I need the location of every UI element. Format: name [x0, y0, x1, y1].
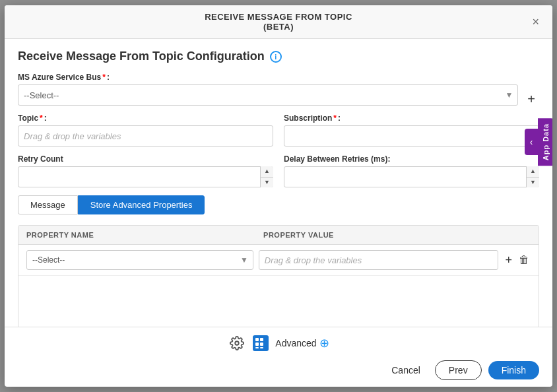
app-data-chevron[interactable]: ‹ [525, 129, 538, 155]
form-title-text: Receive Message From Topic Configuration [18, 49, 265, 63]
retry-count-label: Retry Count [18, 154, 273, 164]
modal-footer: Advanced ⊕ Cancel Prev Finish [5, 327, 552, 387]
app-data-tab-wrapper: ‹ App Data [525, 118, 552, 166]
table-row: --Select-- ▼ + 🗑 [18, 245, 539, 276]
prev-button[interactable]: Prev [435, 360, 482, 380]
ms-azure-label: MS Azure Service Bus * : [18, 73, 518, 82]
prop-value-cell [259, 250, 499, 270]
modal-overlay: RECEIVE MESSAGE FROM TOPIC (BETA) × Rece… [0, 0, 557, 392]
gear-icon[interactable] [228, 334, 246, 352]
prop-add-button[interactable]: + [504, 252, 513, 269]
svg-point-0 [236, 341, 240, 345]
retry-count-arrows: ▲ ▼ [260, 166, 273, 187]
modal: RECEIVE MESSAGE FROM TOPIC (BETA) × Rece… [5, 5, 552, 387]
cancel-button[interactable]: Cancel [383, 361, 428, 379]
form-title-row: Receive Message From Topic Configuration… [18, 49, 539, 63]
ms-azure-add-button[interactable]: + [523, 92, 539, 106]
subscription-label: Subscription * : [284, 114, 539, 123]
modal-header: RECEIVE MESSAGE FROM TOPIC (BETA) × [5, 5, 552, 39]
topic-label: Topic * : [18, 114, 273, 123]
retry-count-input[interactable]: 60 [18, 166, 273, 187]
app-data-label[interactable]: App Data [538, 118, 552, 166]
delay-up[interactable]: ▲ [527, 166, 539, 178]
prop-delete-button[interactable]: 🗑 [517, 253, 531, 267]
retry-count-up[interactable]: ▲ [261, 166, 273, 178]
retry-count-spinner-wrapper: 60 ▲ ▼ [18, 166, 273, 187]
svg-rect-3 [260, 338, 263, 341]
prop-value-input[interactable] [259, 250, 499, 270]
modal-close-button[interactable]: × [529, 16, 542, 28]
ms-azure-select[interactable]: --Select-- [18, 84, 518, 106]
delay-input[interactable]: 1000 [284, 166, 539, 187]
delay-down[interactable]: ▼ [527, 178, 539, 188]
tab-message[interactable]: Message [18, 195, 78, 214]
properties-table: PROPERTY NAME PROPERTY VALUE --Select-- … [18, 225, 539, 327]
modal-body: Receive Message From Topic Configuration… [5, 39, 552, 327]
properties-header: PROPERTY NAME PROPERTY VALUE [18, 226, 539, 245]
prop-value-header: PROPERTY VALUE [263, 231, 531, 239]
prop-name-cell: --Select-- ▼ [26, 250, 253, 270]
info-icon[interactable]: i [270, 51, 282, 63]
retry-count-down[interactable]: ▼ [261, 178, 273, 188]
ms-azure-select-wrapper: --Select-- ▼ [18, 84, 518, 106]
prop-name-select[interactable]: --Select-- [26, 250, 253, 270]
advanced-row: Advanced ⊕ [18, 334, 539, 355]
prop-actions: + 🗑 [504, 252, 531, 269]
delay-field-group: Delay Between Retries (ms): 1000 ▲ ▼ [284, 154, 539, 187]
retry-delay-row: Retry Count 60 ▲ ▼ Delay Between Retries… [18, 154, 539, 187]
svg-rect-6 [255, 347, 259, 348]
properties-empty-area [18, 276, 539, 327]
subscription-field-group: Subscription * : [284, 114, 539, 147]
tabs-row: Message Store Advanced Properties [18, 195, 539, 214]
topic-field-group: Topic * : [18, 114, 273, 147]
svg-rect-7 [260, 347, 263, 348]
svg-rect-5 [260, 343, 263, 346]
modal-title: RECEIVE MESSAGE FROM TOPIC (BETA) [191, 12, 366, 32]
svg-rect-4 [255, 343, 259, 346]
retry-count-field-group: Retry Count 60 ▲ ▼ [18, 154, 273, 187]
tab-store-advanced-properties[interactable]: Store Advanced Properties [78, 195, 205, 214]
ms-azure-required: * [102, 73, 106, 82]
svg-rect-2 [255, 338, 259, 341]
subscription-input[interactable] [284, 125, 539, 147]
ms-azure-row: MS Azure Service Bus * : --Select-- ▼ + [18, 73, 539, 106]
delay-spinner-wrapper: 1000 ▲ ▼ [284, 166, 539, 187]
advanced-label: Advanced ⊕ [275, 336, 329, 350]
delay-label: Delay Between Retries (ms): [284, 154, 539, 164]
footer-actions: Cancel Prev Finish [18, 360, 539, 380]
ms-azure-field-group: MS Azure Service Bus * : --Select-- ▼ [18, 73, 518, 106]
advanced-add-icon[interactable]: ⊕ [319, 336, 329, 350]
delay-arrows: ▲ ▼ [526, 166, 539, 187]
prop-name-header: PROPERTY NAME [26, 231, 263, 239]
topic-subscription-row: Topic * : Subscription * : [18, 114, 539, 147]
topic-input[interactable] [18, 125, 273, 147]
prop-name-select-wrapper: --Select-- ▼ [26, 250, 253, 270]
grid-icon[interactable] [251, 334, 270, 352]
finish-button[interactable]: Finish [488, 361, 539, 379]
